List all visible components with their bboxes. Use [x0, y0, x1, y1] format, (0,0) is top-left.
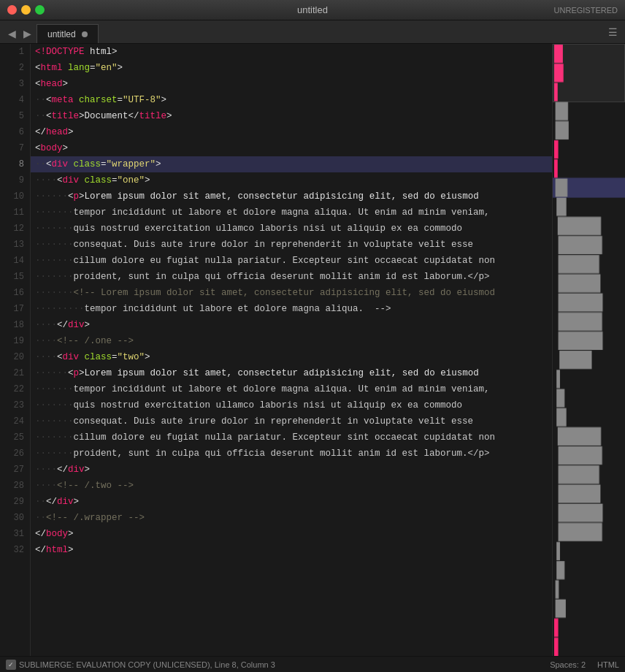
line-number: 25: [0, 429, 30, 446]
code-line: ····<!-- /.one -->: [31, 333, 552, 349]
line-number: 7: [0, 140, 30, 156]
tab-controls: ◀ ▶: [6, 28, 34, 39]
line-number: 15: [0, 269, 30, 285]
language-indicator[interactable]: HTML: [597, 660, 619, 669]
code-lines: <!DOCTYPE html><html lang="en"><head>··<…: [31, 44, 552, 558]
line-number: 5: [0, 108, 30, 124]
maximize-button[interactable]: [35, 5, 45, 15]
line-number: 18: [0, 317, 30, 333]
indent-dots: ······: [35, 368, 68, 378]
minimap-viewport: [553, 44, 625, 102]
code-line: ·······cillum dolore eu fugiat nulla par…: [31, 253, 552, 269]
code-line: </body>: [31, 526, 552, 542]
code-line: ······<p>Lorem ipsum dolor sit amet, con…: [31, 365, 552, 381]
indent-dots: ··: [35, 95, 46, 105]
status-left: ✓ SUBLIMERGE: EVALUATION COPY (UNLICENSE…: [6, 660, 545, 670]
tab-prev-button[interactable]: ◀: [6, 28, 18, 39]
status-icon: ✓: [6, 660, 16, 670]
code-line: ··<!-- /.wrapper -->: [31, 510, 552, 526]
line-number: 20: [0, 349, 30, 365]
line-number: 17: [0, 301, 30, 317]
title-bar: untitled UNREGISTERED: [0, 0, 625, 20]
line-number: 23: [0, 397, 30, 413]
indent-dots: ·········: [35, 304, 85, 314]
indent-dots: ·······: [35, 207, 74, 218]
indent-dots: ····: [35, 465, 57, 475]
code-line: <html lang="en">: [31, 60, 552, 76]
indent-dots: ·······: [35, 400, 74, 411]
line-number: 27: [0, 462, 30, 478]
status-message: SUBLIMERGE: EVALUATION COPY (UNLICENSED)…: [19, 660, 275, 669]
line-number: 4: [0, 92, 30, 108]
code-editor[interactable]: <!DOCTYPE html><html lang="en"><head>··<…: [31, 44, 552, 656]
minimize-button[interactable]: [21, 5, 31, 15]
code-line: <head>: [31, 76, 552, 92]
window-controls: [7, 5, 45, 15]
line-number: 9: [0, 172, 30, 188]
line-number: 8: [0, 156, 30, 172]
code-line: ····<div class="one">: [31, 172, 552, 188]
file-tab[interactable]: untitled: [37, 24, 99, 43]
code-line: ·········tempor incididunt ut labore et …: [31, 301, 552, 317]
code-line: ····</div>: [31, 317, 552, 333]
indent-dots: ·······: [35, 288, 74, 298]
tab-dirty-indicator: [82, 31, 88, 37]
line-number: 19: [0, 333, 30, 349]
code-line: </head>: [31, 124, 552, 140]
line-number: 26: [0, 446, 30, 462]
line-number: 2: [0, 60, 30, 76]
line-number: 12: [0, 221, 30, 237]
code-line: ····<!-- /.two -->: [31, 478, 552, 494]
indent-dots: ····: [35, 175, 57, 186]
minimap-canvas: [553, 44, 625, 656]
code-line: ·······tempor incididunt ut labore et do…: [31, 205, 552, 221]
code-line: ·······cillum dolore eu fugiat nulla par…: [31, 429, 552, 446]
indent-dots: ····: [35, 336, 57, 346]
indent-dots: ····: [35, 481, 57, 491]
indent-dots: ·······: [35, 224, 74, 234]
code-line: ····</div>: [31, 462, 552, 478]
code-line: ··<title>Document</title>: [31, 108, 552, 124]
indent-dots: ··: [35, 513, 46, 523]
tab-next-button[interactable]: ▶: [21, 28, 34, 39]
code-line: ·······quis nostrud exercitation ullamco…: [31, 397, 552, 413]
code-line: ·······consequat. Duis aute irure dolor …: [31, 413, 552, 429]
code-line: ·······quis nostrud exercitation ullamco…: [31, 221, 552, 237]
line-number: 31: [0, 526, 30, 542]
status-bar: ✓ SUBLIMERGE: EVALUATION COPY (UNLICENSE…: [0, 656, 625, 672]
indent-dots: ····: [35, 320, 57, 330]
tab-bar: ◀ ▶ untitled ☰: [0, 20, 625, 44]
line-number: 11: [0, 205, 30, 221]
line-number: 32: [0, 542, 30, 558]
line-number: 30: [0, 510, 30, 526]
window-title: untitled: [297, 4, 328, 15]
code-line: <!DOCTYPE html>: [31, 44, 552, 60]
code-line: ······<p>Lorem ipsum dolor sit amet, con…: [31, 188, 552, 205]
code-line: ·······tempor incididunt ut labore et do…: [31, 381, 552, 397]
close-button[interactable]: [7, 5, 17, 15]
line-number: 13: [0, 237, 30, 253]
line-number-gutter: 1234567891011121314151617181920212223242…: [0, 44, 31, 656]
indent-dots: ·······: [35, 448, 74, 459]
tab-label: untitled: [47, 29, 76, 39]
code-line: <body>: [31, 140, 552, 156]
indent-dots: ·······: [35, 240, 74, 250]
code-line: ··<meta charset="UTF-8">: [31, 92, 552, 108]
line-number: 28: [0, 478, 30, 494]
line-number: 29: [0, 494, 30, 510]
code-line: ····<div class="two">: [31, 349, 552, 365]
status-right: Spaces: 2 HTML: [550, 660, 619, 669]
indent-dots: ·······: [35, 256, 74, 266]
code-line: ·······consequat. Duis aute irure dolor …: [31, 237, 552, 253]
code-line: ·······proident, sunt in culpa qui offic…: [31, 446, 552, 462]
line-number: 1: [0, 44, 30, 60]
code-line: ·······proident, sunt in culpa qui offic…: [31, 269, 552, 285]
minimap[interactable]: [552, 44, 625, 656]
spaces-indicator[interactable]: Spaces: 2: [550, 660, 586, 669]
indent-dots: ······: [35, 191, 68, 202]
line-number: 14: [0, 253, 30, 269]
editor-area: 1234567891011121314151617181920212223242…: [0, 44, 625, 656]
indent-dots: ·······: [35, 432, 74, 443]
indent-dots: ·······: [35, 272, 74, 282]
line-number: 10: [0, 188, 30, 205]
